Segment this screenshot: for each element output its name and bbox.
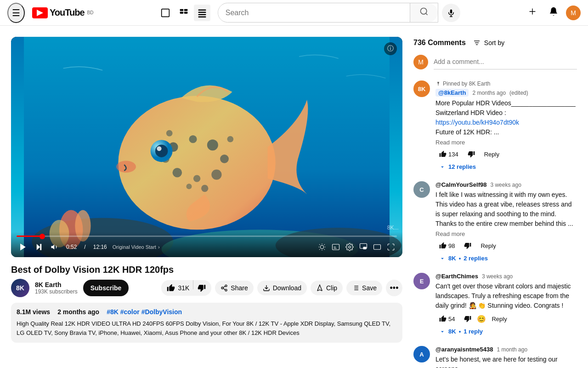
like-count: 31K bbox=[178, 284, 189, 292]
comment-avatar-3: A bbox=[413, 346, 430, 362]
menu-button[interactable]: ☰ bbox=[7, 3, 25, 23]
read-more-0[interactable]: Read more bbox=[435, 139, 577, 146]
next-button[interactable] bbox=[33, 241, 45, 253]
comment-avatar-2: E bbox=[413, 273, 430, 289]
comment-like-btn-1[interactable]: 98 bbox=[435, 240, 458, 251]
video-time-ago: 2 months ago bbox=[57, 308, 99, 316]
download-button[interactable]: Download bbox=[257, 281, 307, 295]
replies-toggle-1[interactable]: 8K • 2 replies bbox=[435, 253, 492, 264]
read-more-1[interactable]: Read more bbox=[435, 230, 577, 237]
comment-like-btn-2[interactable]: 54 bbox=[435, 313, 458, 324]
comment-3: A @aranyaisntme5438 1 month ago Let's be… bbox=[413, 346, 577, 368]
replies-dot-1: • bbox=[459, 255, 461, 262]
dislike-button[interactable] bbox=[194, 280, 211, 296]
comment-dislike-btn-1[interactable] bbox=[460, 240, 475, 251]
add-video-button[interactable] bbox=[524, 3, 541, 23]
comment-like-count-0: 134 bbox=[448, 151, 458, 158]
comment-author-2[interactable]: @EarthChimes bbox=[435, 273, 478, 280]
video-mode-btn-1[interactable] bbox=[157, 5, 174, 21]
description-meta: 8.1M views 2 months ago #8K #color #Dolb… bbox=[17, 308, 397, 316]
channel-info: 8K 8K Earth 193K subscribers Subscribe bbox=[11, 279, 129, 297]
more-options-button[interactable]: ••• bbox=[386, 280, 402, 296]
fish-illustration bbox=[11, 37, 402, 257]
svg-rect-3 bbox=[180, 12, 183, 13]
search-button[interactable] bbox=[410, 3, 438, 22]
comment-dislike-btn-2[interactable] bbox=[460, 313, 475, 324]
comment-actions-1: 98 Reply bbox=[435, 240, 577, 251]
controls-row: 0:52 / 12:16 Original Video Start › bbox=[17, 241, 397, 253]
channel-name[interactable]: 8K Earth bbox=[35, 281, 78, 288]
svg-point-23 bbox=[220, 155, 229, 163]
header-left: ☰ YouTubeBD bbox=[7, 3, 93, 23]
play-button[interactable] bbox=[17, 241, 29, 253]
svg-rect-2 bbox=[184, 9, 188, 11]
notifications-button[interactable] bbox=[545, 3, 562, 23]
comment-reply-btn-0[interactable]: Reply bbox=[481, 149, 503, 160]
video-mode-icons bbox=[157, 5, 210, 21]
comment-body-0: Pinned by 8K Earth @8kEarth 2 months ago… bbox=[435, 80, 577, 172]
description-box[interactable]: 8.1M views 2 months ago #8K #color #Dolb… bbox=[11, 303, 402, 343]
svg-marker-36 bbox=[20, 244, 26, 251]
chevron-right-icon: › bbox=[158, 244, 160, 250]
autoplay-toggle[interactable] bbox=[316, 241, 328, 253]
logo[interactable]: YouTubeBD bbox=[32, 7, 93, 18]
mic-button[interactable] bbox=[442, 4, 460, 22]
replies-toggle-2[interactable]: 8K • 1 reply bbox=[435, 326, 486, 337]
pinned-label: Pinned by 8K Earth bbox=[435, 80, 577, 87]
comment-time-1: 3 weeks ago bbox=[490, 182, 521, 188]
svg-point-28 bbox=[166, 130, 173, 137]
comment-1: C @CalmYourSelf98 3 weeks ago I felt lik… bbox=[413, 181, 577, 264]
search-bar bbox=[218, 3, 438, 23]
replies-toggle-0[interactable]: 12 replies bbox=[435, 161, 480, 172]
original-video-btn[interactable]: Original Video Start › bbox=[113, 244, 160, 250]
user-avatar-comment: M bbox=[413, 55, 428, 69]
header: ☰ YouTubeBD bbox=[0, 0, 588, 26]
comment-link-0[interactable]: https://youtu.be/kH94o7dt90k bbox=[435, 119, 519, 126]
comment-reply-btn-2[interactable]: Reply bbox=[488, 314, 510, 324]
subtitles-button[interactable] bbox=[330, 241, 342, 253]
settings-button[interactable] bbox=[344, 241, 356, 253]
comment-reply-btn-1[interactable]: Reply bbox=[477, 241, 499, 251]
clip-button[interactable]: Clip bbox=[311, 281, 343, 295]
theater-mode-button[interactable] bbox=[371, 241, 383, 253]
save-button[interactable]: Save bbox=[346, 281, 382, 295]
video-player[interactable]: 8K... ⓘ bbox=[11, 37, 402, 257]
like-button[interactable]: 31K bbox=[161, 280, 193, 296]
comment-input[interactable] bbox=[434, 54, 577, 69]
comments-header: 736 Comments Sort by bbox=[413, 37, 577, 47]
video-mode-btn-3[interactable] bbox=[194, 5, 210, 21]
svg-point-33 bbox=[155, 144, 168, 157]
sort-button[interactable]: Sort by bbox=[473, 39, 504, 46]
video-frame: 8K... ⓘ bbox=[11, 37, 402, 257]
comment-like-count-1: 98 bbox=[448, 242, 455, 249]
video-title: Best of Dolby Vision 12K HDR 120fps bbox=[11, 264, 402, 275]
replies-label-2: 8K bbox=[448, 328, 456, 335]
comment-actions-0: 134 Reply bbox=[435, 149, 577, 160]
info-button[interactable]: ⓘ bbox=[384, 42, 397, 55]
search-input[interactable] bbox=[218, 5, 410, 21]
svg-point-22 bbox=[207, 139, 218, 150]
comment-dislike-btn-0[interactable] bbox=[464, 149, 479, 160]
channel-avatar[interactable]: 8K bbox=[11, 279, 29, 297]
comment-time-3: 1 month ago bbox=[497, 346, 527, 353]
share-button[interactable]: Share bbox=[215, 281, 253, 295]
comment-pinned: 8K Pinned by 8K Earth @8kEarth 2 months … bbox=[413, 80, 577, 172]
comment-like-btn-0[interactable]: 134 bbox=[435, 149, 462, 160]
progress-bar[interactable] bbox=[17, 236, 397, 237]
miniplayer-button[interactable] bbox=[357, 241, 369, 253]
header-center bbox=[93, 3, 524, 23]
ctrl-right bbox=[316, 241, 397, 253]
replies-dot-2: • bbox=[459, 328, 461, 335]
logo-text: YouTube bbox=[50, 7, 85, 18]
comment-author-1[interactable]: @CalmYourSelf98 bbox=[435, 181, 486, 188]
user-avatar[interactable]: M bbox=[566, 6, 581, 20]
video-mode-btn-2[interactable] bbox=[175, 5, 192, 21]
comment-author-3[interactable]: @aranyaisntme5438 bbox=[435, 346, 493, 353]
channel-subscribers: 193K subscribers bbox=[35, 288, 78, 295]
svg-point-48 bbox=[225, 285, 227, 287]
comment-author-0[interactable]: @8kEarth bbox=[435, 89, 469, 97]
svg-rect-5 bbox=[198, 9, 206, 11]
volume-button[interactable] bbox=[49, 241, 61, 253]
fullscreen-button[interactable] bbox=[385, 241, 397, 253]
subscribe-button[interactable]: Subscribe bbox=[83, 280, 129, 296]
